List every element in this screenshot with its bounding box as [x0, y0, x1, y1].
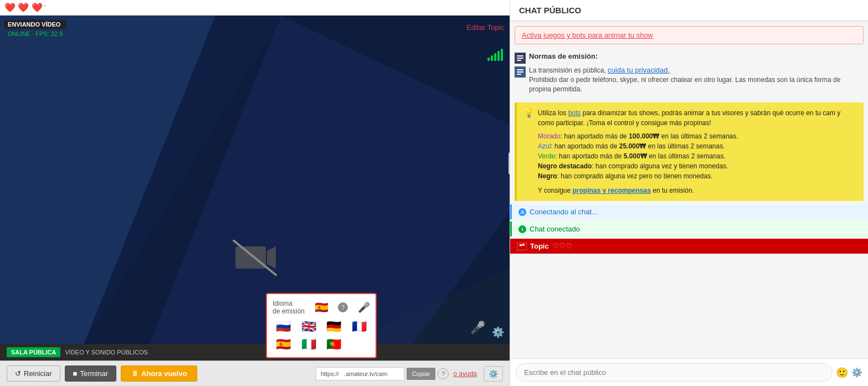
- video-bg-svg: [0, 16, 510, 344]
- lang-label-2: de emisión: [273, 307, 305, 315]
- svg-rect-9: [235, 246, 266, 269]
- promo-link[interactable]: Activa juegos y bots para animar tu show: [522, 31, 653, 39]
- pause-icon: ⏸: [131, 369, 138, 378]
- flag-fr[interactable]: 🇫🇷: [348, 320, 371, 334]
- edit-topic-button[interactable]: Editar Topic: [466, 23, 504, 32]
- gear-icon-video[interactable]: ⚙️: [492, 326, 504, 338]
- video-panel: ❤️ ❤️ ❤️ " ENVIANDO VÍDEO ONLINE · FPS: …: [0, 0, 510, 386]
- flag-es[interactable]: 🇪🇸: [273, 337, 295, 352]
- tip-main-text: Utiliza los: [538, 109, 568, 117]
- connected-text: Chat conectado: [530, 225, 580, 233]
- svg-rect-15: [517, 69, 523, 70]
- tip-bottom-text: Y consigue: [538, 187, 573, 194]
- chat-settings-button[interactable]: ⚙️: [851, 367, 862, 378]
- online-fps-2: ONLINE · FPS: 22.9: [4, 30, 66, 38]
- tip-text-block: Utiliza los bots para dinamizar tus show…: [538, 108, 857, 195]
- normas-row-2: La transmisión es pública, cuida tu priv…: [515, 66, 864, 94]
- topic-quotes-icon: ❝❞: [517, 243, 527, 250]
- negro-label: Negro: [538, 172, 557, 180]
- video-sonido-label: VÍDEO Y SONIDO PÚBLICOS: [65, 349, 147, 356]
- hearts-bar: ❤️ ❤️ ❤️ ": [0, 0, 510, 16]
- azul-label: Azul: [538, 142, 551, 150]
- negro-dest-label: Negro destacado: [538, 162, 592, 170]
- lang-main-flag[interactable]: 🇪🇸: [315, 301, 328, 314]
- chat-status-topic: ❝❞ Topic ♡♡♡: [510, 239, 868, 254]
- hearts-display: ❤️ ❤️ ❤️: [4, 2, 43, 13]
- stop-icon: ■: [73, 369, 78, 378]
- lang-flags-row1: 🇷🇺 🇬🇧 🇩🇪 🇫🇷: [273, 320, 370, 334]
- tip-icon: 💡: [523, 107, 535, 118]
- morado-amount: 100.000₩: [629, 132, 659, 140]
- connected-icon: i: [518, 225, 526, 233]
- verde-amount: 5.000₩: [624, 152, 647, 160]
- verde-text2: en las últimas 2 semanas.: [647, 152, 726, 160]
- flag-it[interactable]: 🇮🇹: [298, 337, 320, 352]
- flag-gb[interactable]: 🇬🇧: [298, 320, 320, 334]
- normas-line2: Prohibido dar o pedir teléfono, skype, n…: [529, 75, 864, 94]
- flag-pt[interactable]: 🇵🇹: [323, 337, 345, 352]
- lang-flags-row2: 🇪🇸 🇮🇹 🇵🇹: [273, 337, 370, 352]
- normas-icon-1: [515, 53, 526, 64]
- bots-link[interactable]: bots: [568, 109, 581, 117]
- svg-marker-10: [267, 246, 276, 269]
- video-area: ENVIANDO VÍDEO ONLINE · FPS: 22.9 ENVIAN…: [0, 16, 510, 344]
- url-input-group: Copiar ?: [316, 367, 449, 380]
- ahora-vuelvo-button[interactable]: ⏸ Ahora vuelvo: [121, 366, 197, 382]
- lang-label: Idioma: [273, 300, 292, 307]
- copy-button[interactable]: Copiar: [407, 368, 435, 380]
- svg-rect-14: [517, 60, 521, 61]
- chat-header: CHAT PÚBLICO: [510, 0, 868, 22]
- language-picker-popup: Idioma de emisión 🇪🇸 ? 🎤 🇷🇺 🇬🇧 🇩🇪 🇫🇷 🇪🇸: [266, 293, 377, 358]
- sending-badge-2: ENVIANDO VÍDEO: [4, 20, 66, 29]
- connecting-text: Conectando al chat...: [530, 208, 598, 216]
- mic-icon: 🎤: [470, 321, 485, 335]
- controls-bar: ↺ Reiniciar ■ Terminar ⏸ Ahora vuelvo Co…: [0, 361, 510, 386]
- flag-ru[interactable]: 🇷🇺: [273, 320, 295, 334]
- azul-text: : han aportado más de: [551, 142, 619, 150]
- negro-dest-text: : han comprado alguna vez y tienen moned…: [592, 162, 728, 170]
- normas-row-1: Normas de emisión:: [515, 52, 864, 64]
- chat-panel: CHAT PÚBLICO Activa juegos y bots para a…: [510, 0, 868, 386]
- lang-popup-header: Idioma de emisión 🇪🇸 ? 🎤: [273, 300, 370, 315]
- tip-colors: Morado: han aportado más de 100.000₩ en …: [538, 131, 857, 181]
- normas-title: Normas de emisión:: [529, 52, 598, 60]
- connecting-icon: ⚠: [518, 208, 526, 216]
- terminar-button[interactable]: ■ Terminar: [65, 366, 116, 382]
- url-help-button[interactable]: ?: [438, 368, 449, 379]
- tip-bottom-text2: en tu emisión.: [651, 187, 694, 194]
- controls-gear-button[interactable]: ⚙️: [484, 366, 503, 382]
- tip-box: 💡 Utiliza los bots para dinamizar tus sh…: [515, 102, 864, 201]
- ayuda-link[interactable]: o ayuda: [453, 370, 477, 378]
- morado-text: : han aportado más de: [561, 132, 629, 140]
- reiniciar-button[interactable]: ↺ Reiniciar: [7, 366, 60, 382]
- collapse-panel-button[interactable]: › ‹: [509, 152, 510, 174]
- negro-text: : han comprado alguna vez pero no tienen…: [557, 172, 713, 180]
- reiniciar-icon: ↺: [15, 369, 21, 378]
- verde-text: : han aportado más de: [555, 152, 623, 160]
- cam-url-input[interactable]: [316, 367, 404, 380]
- normas-privacy-link[interactable]: cuida tu privacidad.: [608, 66, 670, 74]
- svg-rect-16: [517, 71, 523, 73]
- flag-de[interactable]: 🇩🇪: [323, 320, 345, 334]
- chat-body: Activa juegos y bots para animar tu show…: [510, 22, 868, 358]
- topic-hearts: ♡♡♡: [552, 242, 572, 250]
- lang-mic-button[interactable]: 🎤: [358, 301, 370, 313]
- propinas-link[interactable]: propinas y recompensas: [573, 187, 651, 194]
- tip-main-text2: para dinamizar tus shows, podrás animar …: [538, 109, 840, 127]
- emoji-button[interactable]: 🙂: [836, 367, 848, 379]
- signal-bars: [487, 49, 503, 61]
- morado-text2: en las últimas 2 semanas.: [660, 132, 738, 140]
- lang-help-button[interactable]: ?: [338, 302, 348, 312]
- normas-section: Normas de emisión: La transmisión es púb…: [510, 49, 868, 99]
- svg-rect-13: [517, 58, 523, 59]
- camera-off-icon: [233, 240, 277, 277]
- azul-amount: 25.000₩: [619, 142, 646, 150]
- chat-input[interactable]: [516, 363, 833, 382]
- tip-bottom: Y consigue propinas y recompensas en tu …: [538, 186, 857, 195]
- chat-status-connected: i Chat conectado: [510, 222, 868, 236]
- morado-label: Morado: [538, 132, 561, 140]
- topic-label: Topic: [530, 242, 549, 250]
- sala-publica-badge: SALA PÚBLICA: [7, 347, 60, 357]
- normas-text-block: La transmisión es pública, cuida tu priv…: [529, 66, 864, 94]
- chat-status-connecting: ⚠ Conectando al chat...: [510, 204, 868, 219]
